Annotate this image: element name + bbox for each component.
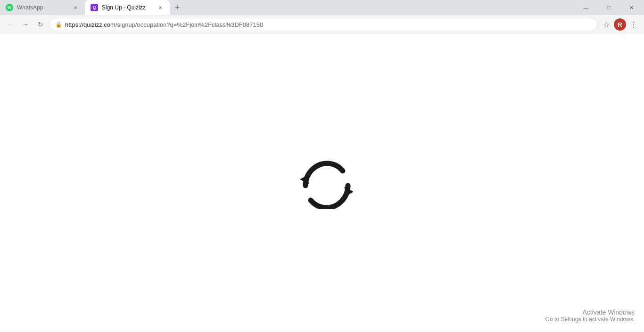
title-bar: W WhatsApp ✕ Q Sign Up - Quizizz ✕ + — □… <box>0 0 644 15</box>
window-controls: — □ ✕ <box>573 0 644 15</box>
maximize-button[interactable]: □ <box>598 0 619 15</box>
back-button[interactable]: ← <box>4 18 17 31</box>
tab-whatsapp-title: WhatsApp <box>17 4 68 11</box>
tabs-container: W WhatsApp ✕ Q Sign Up - Quizizz ✕ + <box>0 0 573 15</box>
tab-quizizz[interactable]: Q Sign Up - Quizizz ✕ <box>85 0 170 15</box>
close-button[interactable]: ✕ <box>620 0 642 15</box>
whatsapp-favicon-icon: W <box>6 4 13 11</box>
new-tab-button[interactable]: + <box>171 1 184 14</box>
nav-right-icons: ☆ R ⋮ <box>600 18 640 31</box>
forward-button[interactable]: → <box>19 18 32 31</box>
loading-spinner-icon <box>291 157 353 209</box>
activate-windows-watermark: Activate Windows Go to Settings to activ… <box>545 308 635 323</box>
bookmark-star-icon[interactable]: ☆ <box>600 18 613 31</box>
refresh-loading-svg <box>291 157 353 209</box>
chrome-menu-button[interactable]: ⋮ <box>627 18 640 31</box>
tab-whatsapp[interactable]: W WhatsApp ✕ <box>0 0 85 15</box>
activate-windows-subtitle: Go to Settings to activate Windows. <box>545 316 635 323</box>
activate-windows-title: Activate Windows <box>545 308 635 316</box>
main-content-area: Activate Windows Go to Settings to activ… <box>0 34 644 332</box>
minimize-button[interactable]: — <box>575 0 597 15</box>
lock-icon: 🔒 <box>55 21 62 28</box>
address-bar[interactable]: 🔒 https://quizizz.com/signup/occupation?… <box>49 18 598 31</box>
address-text: https://quizizz.com/signup/occupation?q=… <box>65 21 592 28</box>
reload-button[interactable]: ↻ <box>34 18 47 31</box>
tab-quizizz-close[interactable]: ✕ <box>157 4 164 11</box>
tab-quizizz-title: Sign Up - Quizizz <box>102 4 153 11</box>
quizizz-favicon-icon: Q <box>91 4 98 11</box>
profile-avatar[interactable]: R <box>614 18 626 31</box>
nav-bar: ← → ↻ 🔒 https://quizizz.com/signup/occup… <box>0 15 644 34</box>
tab-whatsapp-close[interactable]: ✕ <box>72 4 79 11</box>
